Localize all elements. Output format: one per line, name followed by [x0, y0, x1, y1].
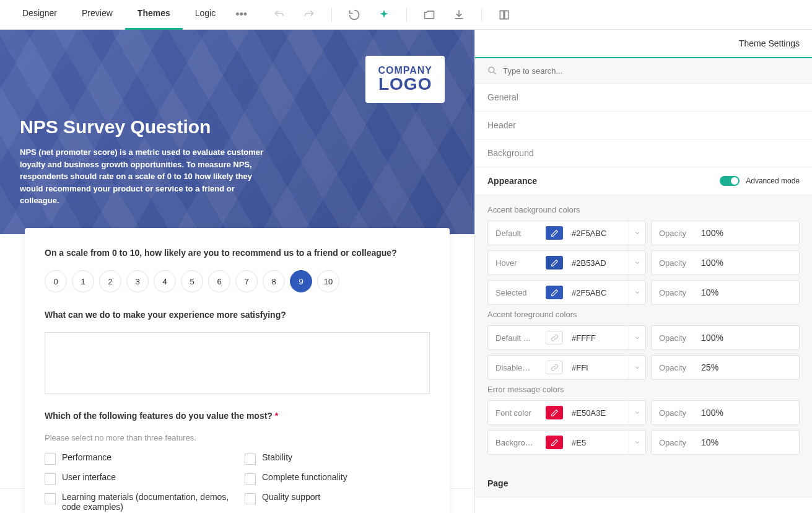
opacity-value[interactable]: 100%: [694, 258, 799, 268]
redo-icon[interactable]: [299, 5, 319, 25]
top-bar: Designer Preview Themes Logic •••: [0, 0, 812, 30]
chevron-down-icon[interactable]: [628, 251, 645, 274]
checkbox[interactable]: [245, 473, 256, 484]
opacity-label: Opacity: [652, 333, 694, 343]
book-icon[interactable]: [494, 5, 514, 25]
checkbox[interactable]: [245, 493, 256, 504]
scale-option-3[interactable]: 3: [126, 270, 149, 292]
opacity-value[interactable]: 25%: [694, 362, 799, 372]
feature-item[interactable]: User interface: [45, 472, 230, 484]
panel-title: Theme Settings: [475, 30, 812, 57]
property-group-label: Accent background colors: [487, 205, 800, 214]
opacity-property[interactable]: Opacity100%: [651, 250, 800, 275]
feedback-textarea[interactable]: [45, 332, 430, 394]
more-icon[interactable]: •••: [228, 0, 255, 30]
opacity-property[interactable]: Opacity100%: [651, 400, 800, 425]
opacity-value[interactable]: 100%: [694, 333, 799, 343]
scale-option-6[interactable]: 6: [208, 270, 230, 292]
survey-canvas: COMPANY LOGO NPS Survey Question NPS (ne…: [0, 30, 474, 513]
chevron-down-icon[interactable]: [628, 356, 645, 379]
survey-description: NPS (net promoter score) is a metric use…: [20, 146, 268, 207]
color-hex[interactable]: #E50A3E: [567, 408, 628, 418]
scale-option-10[interactable]: 10: [317, 270, 339, 292]
download-icon[interactable]: [449, 5, 469, 25]
scale-option-9[interactable]: 9: [290, 270, 312, 292]
scale-option-2[interactable]: 2: [99, 270, 121, 292]
color-property[interactable]: Selected#2F5ABC: [487, 280, 646, 305]
color-property[interactable]: Default#2F5ABC: [487, 221, 646, 245]
color-property[interactable]: Background ...#E5: [487, 430, 646, 455]
checkbox[interactable]: [45, 473, 56, 484]
scale-option-5[interactable]: 5: [181, 270, 203, 292]
scale-option-1[interactable]: 1: [72, 270, 94, 292]
feature-label: Performance: [62, 452, 111, 462]
feature-item[interactable]: Quality support: [245, 492, 430, 512]
color-property[interactable]: Hover#2B53AD: [487, 250, 646, 275]
feature-item[interactable]: Performance: [45, 452, 230, 465]
opacity-property[interactable]: Opacity100%: [651, 221, 800, 245]
scale-option-4[interactable]: 4: [154, 270, 176, 292]
open-icon[interactable]: [419, 5, 439, 25]
feature-label: Stability: [262, 452, 292, 462]
scale-option-8[interactable]: 8: [263, 270, 285, 292]
color-hex[interactable]: #FFFF: [567, 333, 628, 343]
opacity-property[interactable]: Opacity10%: [651, 280, 800, 305]
opacity-label: Opacity: [652, 408, 694, 418]
advanced-mode-toggle[interactable]: [720, 176, 740, 186]
color-hex[interactable]: #FFI: [567, 363, 628, 372]
chevron-down-icon[interactable]: [628, 281, 645, 304]
opacity-value[interactable]: 10%: [694, 287, 799, 297]
search-input[interactable]: [503, 66, 800, 76]
opacity-value[interactable]: 10%: [694, 437, 799, 447]
color-property[interactable]: Default color#FFFF: [487, 325, 646, 350]
chevron-down-icon[interactable]: [628, 221, 645, 245]
color-hex[interactable]: #2F5ABC: [567, 288, 628, 297]
tab-preview[interactable]: Preview: [69, 0, 125, 30]
feature-item[interactable]: Complete functionality: [245, 472, 430, 484]
color-hex[interactable]: #2F5ABC: [567, 229, 628, 238]
color-property[interactable]: Font color#E50A3E: [487, 400, 646, 425]
advanced-mode-label: Advanced mode: [746, 177, 800, 185]
property-label: Background ...: [488, 438, 542, 447]
checkbox[interactable]: [45, 454, 56, 465]
tab-designer[interactable]: Designer: [10, 0, 69, 30]
property-label: Font color: [488, 408, 542, 418]
section-general[interactable]: General: [475, 84, 812, 112]
color-hex[interactable]: #2B53AD: [567, 258, 628, 268]
reset-icon[interactable]: [344, 5, 364, 25]
question-3-helper: Please select no more than three feature…: [45, 433, 430, 442]
opacity-value[interactable]: 100%: [694, 408, 799, 418]
opacity-property[interactable]: Opacity10%: [651, 430, 800, 455]
scale-option-7[interactable]: 7: [235, 270, 258, 292]
settings-search[interactable]: [475, 58, 812, 84]
opacity-label: Opacity: [652, 438, 694, 447]
feature-item[interactable]: Learning materials (documentation, demos…: [45, 492, 230, 512]
svg-point-0: [489, 67, 494, 72]
undo-icon[interactable]: [269, 5, 289, 25]
checkbox[interactable]: [245, 454, 256, 465]
opacity-value[interactable]: 100%: [694, 228, 799, 238]
section-page[interactable]: Page: [475, 470, 812, 498]
section-background[interactable]: Background: [475, 139, 812, 167]
color-hex[interactable]: #E5: [567, 438, 628, 447]
feature-item[interactable]: Stability: [245, 452, 430, 465]
section-appearance[interactable]: Appearance Advanced mode: [475, 167, 812, 195]
feature-label: Quality support: [262, 492, 320, 502]
tab-themes[interactable]: Themes: [125, 0, 183, 30]
checkbox[interactable]: [45, 493, 56, 504]
question-1-title: On a scale from 0 to 10, how likely are …: [45, 248, 430, 258]
opacity-property[interactable]: Opacity100%: [651, 325, 800, 350]
search-icon: [487, 66, 497, 76]
theme-settings-panel: Theme Settings General Header Background…: [474, 30, 812, 513]
tab-logic[interactable]: Logic: [183, 0, 228, 30]
chevron-down-icon[interactable]: [628, 401, 645, 424]
chevron-down-icon[interactable]: [628, 326, 645, 349]
color-property[interactable]: Disabled color#FFI: [487, 355, 646, 380]
main-tabs: Designer Preview Themes Logic •••: [10, 0, 255, 30]
opacity-property[interactable]: Opacity25%: [651, 355, 800, 380]
property-label: Hover: [488, 258, 542, 268]
theme-icon[interactable]: [374, 5, 394, 25]
section-header[interactable]: Header: [475, 112, 812, 139]
scale-option-0[interactable]: 0: [45, 270, 67, 292]
chevron-down-icon[interactable]: [628, 431, 645, 454]
